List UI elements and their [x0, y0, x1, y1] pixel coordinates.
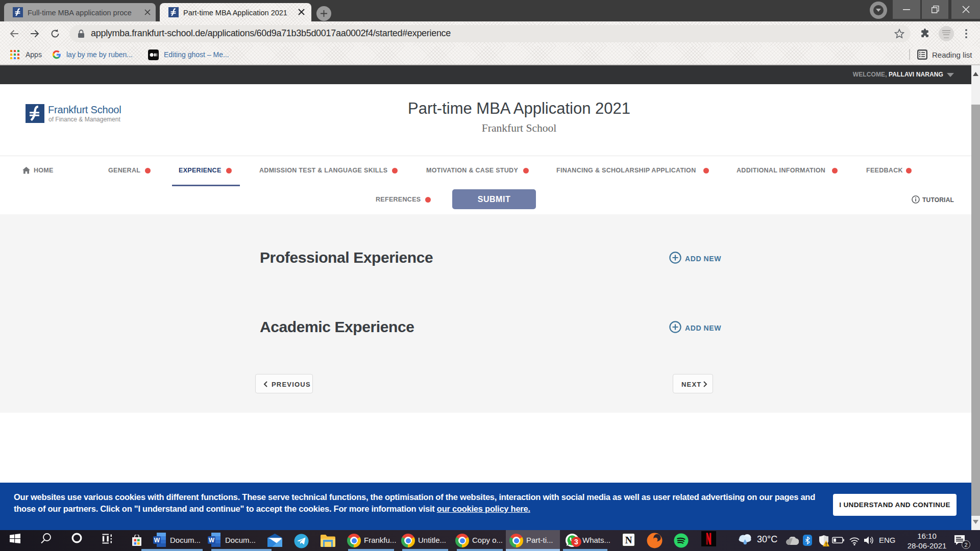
- svg-text:W: W: [154, 537, 160, 544]
- svg-text:W: W: [209, 537, 215, 544]
